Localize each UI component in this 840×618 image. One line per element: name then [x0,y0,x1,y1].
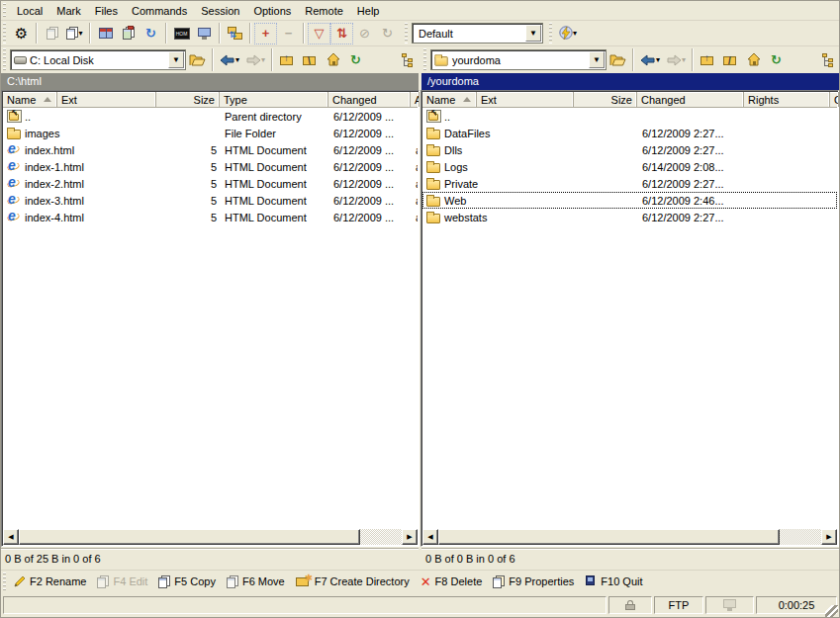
scroll-track[interactable] [360,529,402,545]
refresh-session-button[interactable]: ↻ [140,23,162,44]
local-file-row[interactable]: eindex-4.html5HTML Document6/12/2009 ...… [3,209,418,225]
new-session-button[interactable] [193,23,216,44]
remote-header-owner[interactable]: O [830,92,839,107]
menu-help[interactable]: Help [350,3,387,19]
toolbar-gripper[interactable] [3,23,7,44]
remote-file-row[interactable]: webstats6/12/2009 2:27... [422,209,837,225]
local-forward-button[interactable]: ▾ [242,49,268,71]
combo-dropdown-button[interactable]: ▼ [168,51,184,68]
remote-header-changed[interactable]: Changed [637,92,744,107]
menubar-gripper[interactable] [3,3,7,18]
local-header-size[interactable]: Size [156,92,220,107]
scroll-thumb[interactable] [19,529,360,545]
local-file-row[interactable]: eindex-1.html5HTML Document6/12/2009 ...… [3,158,418,175]
abort-button[interactable]: ↻ [376,23,399,44]
local-file-row[interactable]: ↖..Parent directory6/12/2009 ... [3,108,418,125]
local-header-changed[interactable]: Changed [328,92,411,107]
menu-session[interactable]: Session [194,3,246,19]
remote-header-ext[interactable]: Ext [477,92,574,107]
remote-tree-button[interactable] [816,49,839,71]
resize-grip[interactable] [825,605,838,618]
scroll-right-button[interactable]: ▶ [821,529,837,545]
local-file-row[interactable]: eindex-3.html5HTML Document6/12/2009 ...… [3,192,418,209]
remote-header-size[interactable]: Size [574,92,637,107]
remote-header-rights[interactable]: Rights [744,92,830,107]
gripper[interactable] [405,23,409,44]
remote-file-row[interactable]: Private6/12/2009 2:27... [422,175,837,192]
preferences-button[interactable]: ⚙ [10,23,33,44]
remote-file-row[interactable]: Dlls6/12/2009 2:27... [422,141,837,158]
open-console-button[interactable]: HOM [170,23,193,44]
remote-file-row[interactable]: Logs6/14/2009 2:08... [422,158,837,175]
f9-properties-button[interactable]: F9 Properties [489,574,581,590]
f2-rename-button[interactable]: F2 Rename [10,574,93,589]
combo-dropdown-button[interactable]: ▼ [525,25,541,42]
local-header-name[interactable]: Name [3,92,57,107]
local-open-directory-button[interactable] [186,49,209,71]
transfer-settings-button[interactable]: ▾ [556,23,580,44]
scroll-left-button[interactable]: ◀ [3,529,19,545]
compare-directories-button[interactable] [94,23,117,44]
remote-back-button[interactable]: ▾ [637,49,663,71]
local-header-type[interactable]: Type [220,92,328,107]
local-back-button[interactable]: ▾ [217,49,242,71]
remote-forward-button[interactable]: ▾ [663,49,689,71]
f7-create-directory-button[interactable]: ✱ F7 Create Directory [292,574,417,589]
f5-copy-button[interactable]: F5 Copy [154,574,223,590]
session-log-button[interactable] [41,23,63,44]
menu-options[interactable]: Options [246,3,298,19]
remote-horizontal-scrollbar[interactable]: ◀ ▶ [422,529,837,545]
gripper[interactable] [3,573,7,590]
local-horizontal-scrollbar[interactable]: ◀ ▶ [3,529,418,545]
select-files-button[interactable]: + [254,23,277,44]
local-file-row[interactable]: imagesFile Folder6/12/2009 ... [3,125,418,141]
remote-open-directory-button[interactable] [607,49,629,71]
combo-dropdown-button[interactable]: ▼ [589,51,605,68]
scroll-track[interactable] [780,529,821,545]
scroll-thumb[interactable] [438,529,780,545]
gripper[interactable] [3,48,7,71]
menu-mark[interactable]: Mark [49,3,87,19]
f6-move-button[interactable]: F6 Move [223,574,292,590]
f10-quit-button[interactable]: F10 Quit [581,574,649,589]
remote-header-name[interactable]: Name [422,92,477,107]
file-changed: 6/12/2009 ... [329,128,412,139]
local-root-directory-button[interactable]: \ [299,49,322,71]
remote-home-button[interactable] [742,49,765,71]
remote-file-row[interactable]: Web6/12/2009 2:46... [422,192,837,209]
duplicate-session-button[interactable]: ▾ [63,23,86,44]
transfer-settings-combo[interactable]: Default ▼ [412,23,543,44]
menu-local[interactable]: Local [10,3,49,19]
local-header-ext[interactable]: Ext [57,92,156,107]
transfer-panels-button[interactable]: ⇅ [224,23,246,44]
f4-edit-button[interactable]: F4 Edit [93,574,154,590]
file-name: index-1.html [25,161,84,173]
synchronize-browsing-button[interactable] [117,23,140,44]
gripper[interactable] [423,48,427,71]
local-tree-button[interactable] [396,49,419,71]
unselect-files-button[interactable]: − [277,23,300,44]
f8-delete-button[interactable]: ✕ F8 Delete [417,573,490,591]
local-drive-combo[interactable]: C: Local Disk ▼ [10,49,186,70]
scroll-left-button[interactable]: ◀ [422,529,438,545]
local-header-attr[interactable]: A [411,92,420,107]
local-file-row[interactable]: eindex-2.html5HTML Document6/12/2009 ...… [3,175,418,192]
scroll-right-button[interactable]: ▶ [402,529,418,545]
synchronize-button[interactable]: ⇅ [330,23,353,44]
remote-directory-combo[interactable]: yourdoma ▼ [430,49,607,70]
local-home-button[interactable] [322,49,344,71]
local-parent-directory-button[interactable]: ↑ [276,49,299,71]
gripper[interactable] [549,23,553,44]
menu-files[interactable]: Files [88,3,125,19]
remote-root-directory-button[interactable]: / [719,49,742,71]
local-refresh-button[interactable]: ↻ [344,49,367,71]
local-file-row[interactable]: eindex.html5HTML Document6/12/2009 ...a [3,141,418,158]
remote-refresh-button[interactable]: ↻ [765,49,788,71]
menu-commands[interactable]: Commands [125,3,194,19]
remote-parent-directory-button[interactable]: ↑ [697,49,719,71]
menu-remote[interactable]: Remote [298,3,350,19]
clear-filter-button[interactable]: ⊘ [353,23,376,44]
remote-file-row[interactable]: ↖.. [422,108,837,125]
remote-file-row[interactable]: DataFiles6/12/2009 2:27... [422,125,837,141]
filter-button[interactable]: ▽ [308,23,330,44]
